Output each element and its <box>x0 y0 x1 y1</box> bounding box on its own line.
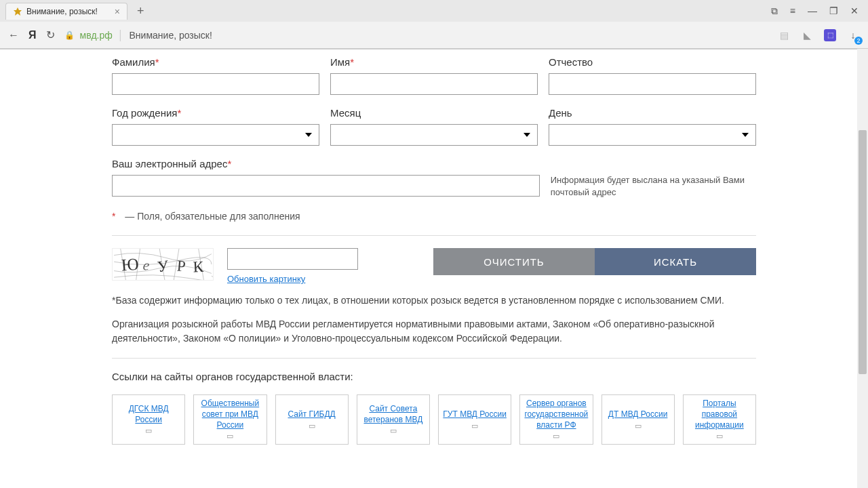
external-icon: ▭ <box>635 422 642 430</box>
patronymic-label: Отчество <box>549 56 756 68</box>
link-box[interactable]: Сайт Совета ветеранов МВД▭ <box>357 394 430 445</box>
links-heading: Ссылки на сайты органов государственной … <box>112 371 756 382</box>
surname-input[interactable] <box>112 73 319 95</box>
captcha-input[interactable] <box>227 248 358 270</box>
month-select[interactable] <box>330 124 538 146</box>
external-icon: ▭ <box>145 426 152 435</box>
external-icon: ▭ <box>309 422 315 430</box>
name-label: Имя* <box>330 56 538 68</box>
day-select[interactable] <box>549 124 756 146</box>
link-grid: ДГСК МВД России▭ Общественный совет при … <box>112 394 756 445</box>
required-note: * — Поля, обязательные для заполнения <box>112 211 756 222</box>
sidebar-icon[interactable]: ⧉ <box>771 5 778 17</box>
favicon-icon <box>13 7 22 16</box>
email-label: Ваш электронный адрес* <box>112 158 540 169</box>
external-icon: ▭ <box>226 432 233 441</box>
svg-text:К: К <box>193 258 204 276</box>
external-icon: ▭ <box>471 422 478 430</box>
svg-text:Ю: Ю <box>121 255 139 274</box>
link-box[interactable]: Общественный совет при МВД России▭ <box>193 394 267 445</box>
minimize-icon[interactable]: — <box>808 5 817 17</box>
link-box[interactable]: ДТ МВД России▭ <box>601 394 675 445</box>
url-title: Внимание, розыск! <box>130 30 212 41</box>
email-input[interactable] <box>112 175 540 197</box>
page-content: Фамилия* Имя* Отчество Год рождения* Мес… <box>0 49 868 488</box>
address-bar[interactable]: 🔒 мвд.рф │ Внимание, розыск! <box>64 30 768 41</box>
window-controls: ⧉ ≡ — ❐ ✕ <box>771 5 868 17</box>
disclaimer-1: *База содержит информацию только о тех л… <box>112 293 756 308</box>
svg-marker-0 <box>14 7 22 16</box>
svg-text:е: е <box>142 257 151 274</box>
menu-icon[interactable]: ≡ <box>790 5 795 17</box>
external-icon: ▭ <box>553 432 559 441</box>
lock-icon: 🔒 <box>64 30 75 40</box>
svg-text:Р: Р <box>176 258 186 275</box>
name-input[interactable] <box>330 73 538 95</box>
yandex-icon[interactable]: Я <box>28 29 37 41</box>
patronymic-input[interactable] <box>549 73 756 95</box>
new-tab-button[interactable]: + <box>133 4 149 18</box>
scrollbar[interactable] <box>857 49 868 488</box>
link-box[interactable]: Сайт ГИБДД▭ <box>275 394 349 445</box>
surname-label: Фамилия* <box>112 56 319 68</box>
link-box[interactable]: ДГСК МВД России▭ <box>112 394 185 445</box>
browser-tab[interactable]: Внимание, розыск! × <box>5 3 127 20</box>
toolbar-right: ▤ ◣ ⬚ ↓ <box>777 28 860 42</box>
divider <box>112 235 756 236</box>
link-box[interactable]: Порталы правовой информации▭ <box>683 394 756 445</box>
birth-year-select[interactable] <box>112 124 319 146</box>
external-icon: ▭ <box>390 426 397 435</box>
downloads-icon[interactable]: ↓ <box>846 28 860 42</box>
toolbar: ← Я ↻ 🔒 мвд.рф │ Внимание, розыск! ▤ ◣ ⬚… <box>0 22 868 49</box>
link-box[interactable]: Сервер органов государственной власти РФ… <box>519 394 593 445</box>
bookmark-icon[interactable]: ◣ <box>800 28 814 42</box>
email-hint: Информация будет выслана на указаный Вам… <box>551 174 756 199</box>
back-icon[interactable]: ← <box>8 29 19 41</box>
close-tab-icon[interactable]: × <box>115 6 120 17</box>
url-domain: мвд.рф <box>80 30 113 41</box>
month-label: Месяц <box>330 107 538 119</box>
reader-icon[interactable]: ▤ <box>777 28 791 42</box>
clear-button[interactable]: ОЧИСТИТЬ <box>433 248 595 275</box>
disclaimer-2: Организация розыскной работы МВД России … <box>112 317 756 346</box>
divider-2 <box>112 358 756 359</box>
search-button[interactable]: ИСКАТЬ <box>595 248 756 275</box>
day-label: День <box>549 107 756 119</box>
svg-text:У: У <box>157 258 170 276</box>
browser-chrome: Внимание, розыск! × + ⧉ ≡ — ❐ ✕ ← Я ↻ 🔒 … <box>0 0 868 49</box>
tab-title: Внимание, розыск! <box>26 7 98 16</box>
tab-bar: Внимание, розыск! × + ⧉ ≡ — ❐ ✕ <box>0 0 868 22</box>
captcha-image: Ю е У Р К <box>112 248 214 281</box>
extension-icon[interactable]: ⬚ <box>823 28 837 42</box>
refresh-captcha-link[interactable]: Обновить картинку <box>227 274 358 284</box>
birth-year-label: Год рождения* <box>112 107 319 119</box>
link-box[interactable]: ГУТ МВД России▭ <box>438 394 511 445</box>
external-icon: ▭ <box>716 432 723 441</box>
close-window-icon[interactable]: ✕ <box>850 5 859 17</box>
reload-icon[interactable]: ↻ <box>46 28 55 41</box>
scrollbar-thumb[interactable] <box>859 130 867 374</box>
maximize-icon[interactable]: ❐ <box>829 5 838 17</box>
